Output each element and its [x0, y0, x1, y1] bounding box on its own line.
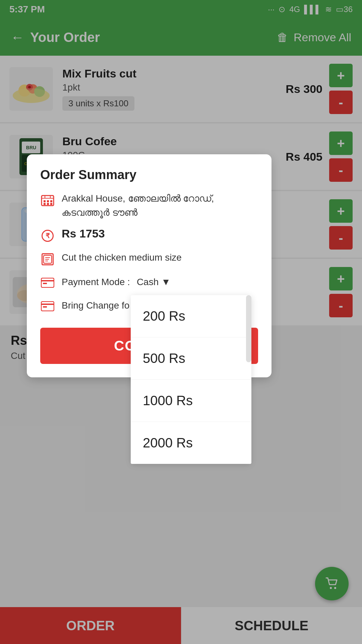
svg-rect-29 [44, 203, 46, 205]
dropdown-scrollbar[interactable] [246, 295, 251, 362]
note-icon [40, 252, 55, 267]
bring-change-label: Bring Change fo [62, 300, 129, 311]
order-special-note: Cut the chicken medium size [62, 251, 182, 265]
payment-amount-dropdown: 200 Rs 500 Rs 1000 Rs 2000 Rs [131, 295, 251, 464]
amount-row: ₹ Rs 1753 [40, 227, 258, 243]
modal-title: Order Summary [40, 168, 258, 182]
address-row: Arakkal House, ഞോലയിൽ റോഡ്, കടവത്തൂർ ടൗൺ [40, 192, 258, 220]
svg-rect-39 [41, 302, 54, 311]
amount-icon: ₹ [40, 228, 55, 243]
svg-rect-36 [41, 278, 54, 287]
list-item[interactable]: 200 Rs [131, 295, 251, 337]
svg-rect-27 [47, 200, 49, 202]
svg-rect-38 [43, 283, 47, 284]
svg-rect-31 [50, 203, 52, 205]
address-icon [40, 193, 55, 208]
svg-rect-41 [43, 306, 47, 308]
chevron-down-icon: ▼ [161, 277, 171, 287]
svg-rect-28 [50, 200, 52, 202]
payment-mode-value: Cash [137, 277, 159, 287]
list-item[interactable]: 500 Rs [131, 337, 251, 380]
list-item[interactable]: 2000 Rs [131, 422, 251, 464]
payment-mode-label: Payment Mode : [62, 277, 130, 287]
payment-mode-row: Payment Mode : Cash ▼ [40, 274, 258, 290]
svg-rect-26 [44, 200, 46, 202]
list-item[interactable]: 1000 Rs [131, 380, 251, 422]
delivery-address: Arakkal House, ഞോലയിൽ റോഡ്, കടവത്തൂർ ടൗൺ [62, 192, 258, 220]
order-amount: Rs 1753 [62, 227, 105, 240]
payment-mode-select[interactable]: Cash ▼ [137, 277, 171, 287]
note-row: Cut the chicken medium size [40, 251, 258, 267]
payment-icon [40, 275, 55, 290]
svg-rect-30 [47, 203, 49, 205]
change-icon [40, 299, 55, 314]
